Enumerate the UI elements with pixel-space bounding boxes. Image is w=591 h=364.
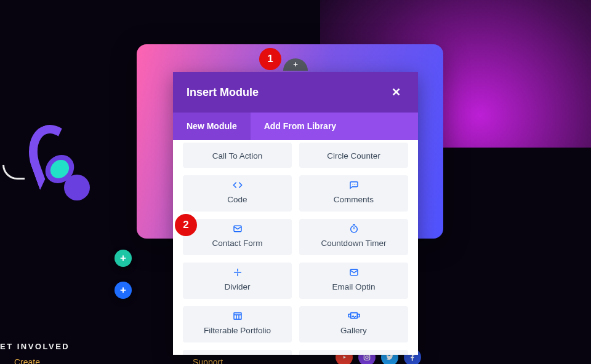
timer-icon: [348, 224, 360, 236]
module-contact-form[interactable]: Contact Form: [183, 219, 292, 255]
divider-icon: [232, 267, 243, 280]
module-countdown-timer[interactable]: Countdown Timer: [299, 219, 408, 255]
modal-tabs: New Module Add From Library: [173, 113, 418, 140]
headphones-illustration: [21, 117, 95, 203]
module-filterable-portfolio[interactable]: Filterable Portfolio: [183, 306, 292, 342]
module-label: Divider: [224, 282, 250, 291]
grid-icon: [232, 311, 243, 323]
svg-point-2: [355, 184, 356, 184]
svg-point-4: [350, 226, 357, 232]
comment-icon: [348, 180, 360, 192]
module-label: Code: [227, 195, 247, 204]
svg-point-0: [352, 184, 353, 184]
module-circle-counter[interactable]: Circle Counter: [299, 143, 408, 168]
module-label: Circle Counter: [327, 151, 380, 160]
module-divider[interactable]: Divider: [183, 263, 292, 299]
tab-add-from-library[interactable]: Add From Library: [251, 113, 418, 140]
module-gallery[interactable]: Gallery: [299, 306, 408, 342]
mail-icon: [232, 224, 243, 236]
modal-body: Call To Action Circle Counter Code Comme…: [173, 140, 418, 355]
module-peek-left[interactable]: [183, 350, 292, 355]
add-section-button[interactable]: +: [115, 250, 132, 267]
image-row-icon: [348, 311, 360, 323]
modal-header: Insert Module ✕: [173, 72, 418, 113]
module-call-to-action[interactable]: Call To Action: [183, 143, 292, 168]
module-label: Countdown Timer: [321, 239, 387, 248]
footer-link-create[interactable]: Create: [14, 357, 40, 364]
code-icon: [232, 180, 243, 192]
module-label: Comments: [334, 195, 374, 204]
module-label: Contact Form: [212, 239, 263, 248]
svg-point-25: [368, 355, 369, 356]
svg-point-1: [354, 184, 355, 184]
svg-rect-11: [234, 313, 241, 320]
module-grid: Call To Action Circle Counter Code Comme…: [183, 140, 408, 355]
module-comments[interactable]: Comments: [299, 175, 408, 212]
module-email-optin[interactable]: Email Optin: [299, 263, 408, 299]
modal-title: Insert Module: [187, 86, 259, 99]
callout-1: 1: [259, 48, 281, 70]
module-label: Call To Action: [212, 151, 263, 160]
svg-rect-17: [357, 314, 360, 317]
footer-heading: ET INVOLVED: [0, 342, 70, 351]
module-label: Email Optin: [332, 282, 376, 291]
tab-new-module[interactable]: New Module: [173, 113, 251, 140]
svg-point-24: [366, 356, 368, 358]
module-peek-right[interactable]: [299, 350, 408, 355]
mail-icon: [348, 267, 360, 280]
footer-link-support[interactable]: Support: [193, 357, 223, 364]
add-row-button[interactable]: +: [115, 282, 132, 299]
headphone-wire: [2, 165, 25, 180]
insert-module-modal: Insert Module ✕ New Module Add From Libr…: [173, 72, 418, 355]
module-code[interactable]: Code: [183, 175, 292, 212]
callout-2: 2: [175, 214, 197, 236]
module-label: Filterable Portfolio: [204, 326, 271, 335]
svg-rect-16: [348, 314, 350, 317]
module-label: Gallery: [340, 326, 367, 335]
close-icon[interactable]: ✕: [388, 83, 404, 101]
